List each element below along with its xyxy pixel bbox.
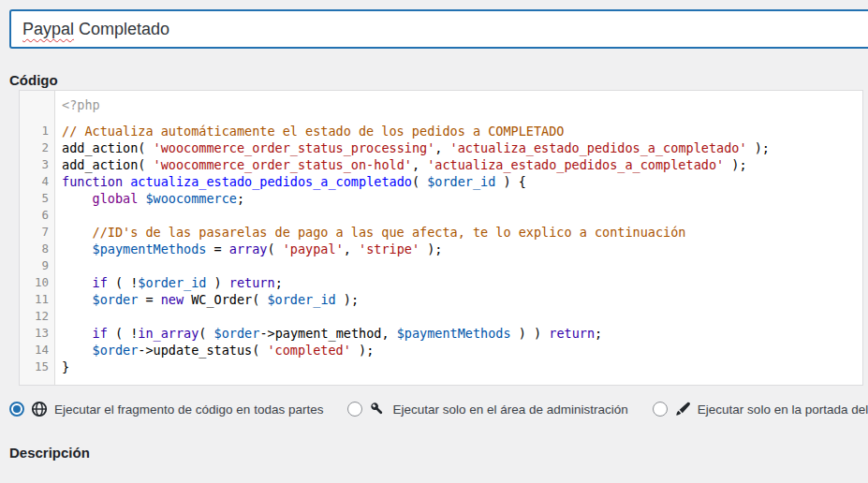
code-line[interactable]: 11 $order = new WC_Order( $order_id ); [20, 291, 862, 308]
line-number: 1 [20, 123, 55, 139]
code-section-heading: Código [9, 72, 58, 88]
code-line[interactable]: 2add_action( 'woocommerce_order_status_p… [20, 139, 862, 156]
code-line[interactable]: 15} [20, 359, 862, 375]
brush-icon [674, 401, 691, 417]
radio-run-frontend[interactable] [653, 402, 668, 417]
scope-option-admin[interactable]: Ejecutar solo en el área de administraci… [347, 401, 627, 417]
radio-run-admin[interactable] [347, 402, 362, 417]
globe-icon [31, 401, 48, 417]
code-line[interactable]: <?php [20, 96, 862, 113]
code-line[interactable]: 12 [20, 308, 862, 325]
code-line[interactable]: 8 $paymentMethods = array( 'paypal', 'st… [20, 241, 862, 257]
code-line[interactable]: 9 [20, 257, 862, 274]
code-lines: <?php1// Actualiza automáticamente el es… [20, 96, 862, 375]
scope-option-everywhere[interactable]: Ejecutar el fragmento de código en todas… [9, 401, 323, 417]
line-number: 2 [20, 139, 55, 156]
code-line[interactable]: 10 if ( !$order_id ) return; [20, 274, 862, 291]
line-number: 4 [20, 173, 55, 190]
scope-option-label[interactable]: Ejecutar solo en el área de administraci… [392, 402, 627, 417]
snippet-title-input[interactable]: Paypal Completado [9, 9, 868, 49]
code-line[interactable]: 7 //ID's de las pasarelas de pago a las … [20, 224, 862, 241]
code-line[interactable]: 14 $order->update_status( 'completed' ); [20, 342, 862, 359]
scope-option-label[interactable]: Ejecutar solo en la portada del sitio [698, 402, 868, 417]
line-number: 12 [20, 308, 55, 325]
radio-run-everywhere[interactable] [9, 402, 24, 417]
code-editor[interactable]: <?php1// Actualiza automáticamente el es… [19, 90, 863, 386]
line-number: 13 [20, 325, 55, 342]
line-number [20, 96, 55, 113]
code-line[interactable]: 13 if ( !in_array( $order->payment_metho… [20, 325, 862, 342]
line-number: 11 [20, 291, 55, 308]
line-number: 5 [20, 190, 55, 207]
line-number: 10 [20, 274, 55, 291]
line-number: 15 [20, 359, 55, 375]
line-number: 9 [20, 257, 55, 274]
line-number: 14 [20, 342, 55, 359]
code-line[interactable]: 6 [20, 207, 862, 224]
title-text-misspelled: Paypal [22, 20, 74, 39]
line-number: 6 [20, 207, 55, 224]
scope-option-label[interactable]: Ejecutar el fragmento de código en todas… [54, 402, 323, 417]
code-line[interactable]: 4function actualiza_estado_pedidos_a_com… [20, 173, 862, 190]
code-line[interactable]: 1// Actualiza automáticamente el estado … [20, 123, 862, 139]
scope-options-row: Ejecutar el fragmento de código en todas… [9, 401, 866, 417]
description-section-heading: Descripción [9, 445, 90, 461]
line-number: 7 [20, 224, 55, 241]
code-line[interactable]: 3add_action( 'woocommerce_order_status_o… [20, 156, 862, 173]
code-line[interactable]: 5 global $woocommerce; [20, 190, 862, 207]
wrench-icon [369, 401, 386, 417]
line-number: 3 [20, 156, 55, 173]
line-number: 8 [20, 241, 55, 257]
title-text-rest: Completado [74, 20, 169, 39]
scope-option-frontend[interactable]: Ejecutar solo en la portada del sitio [653, 401, 868, 417]
